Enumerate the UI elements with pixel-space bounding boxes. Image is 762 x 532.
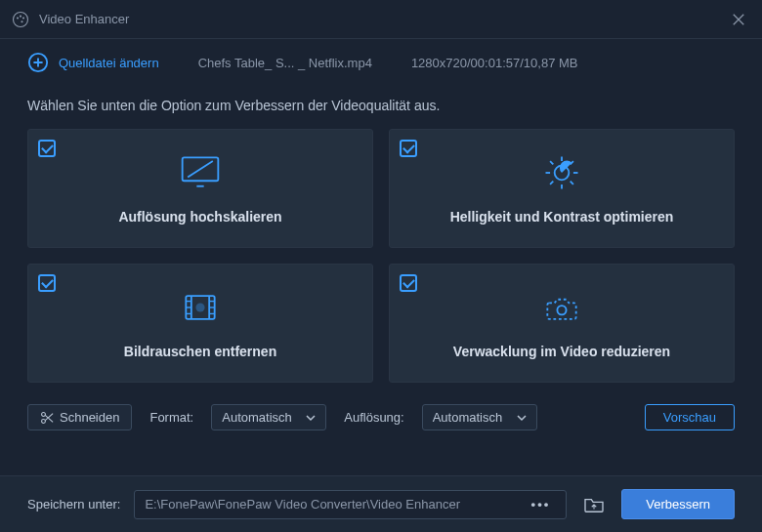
svg-point-1 — [17, 17, 19, 19]
resolution-dropdown[interactable]: Automatisch — [422, 404, 537, 430]
options-grid: Auflösung hochskalieren Helligkeit und K… — [0, 129, 762, 383]
option-label: Verwacklung im Video reduzieren — [453, 344, 670, 359]
svg-point-25 — [195, 303, 204, 311]
camera-icon — [540, 287, 583, 328]
preview-button[interactable]: Vorschau — [645, 404, 735, 430]
option-denoise[interactable]: Bildrauschen entfernen — [27, 264, 373, 383]
svg-point-4 — [21, 20, 22, 22]
svg-line-13 — [571, 182, 573, 184]
save-path-text: E:\FonePaw\FonePaw Video Converter\Video… — [145, 497, 525, 512]
sun-icon — [540, 152, 583, 193]
checkbox-icon[interactable] — [38, 140, 56, 157]
resolution-value: Automatisch — [433, 410, 503, 425]
svg-point-27 — [42, 412, 46, 416]
option-label: Auflösung hochskalieren — [118, 209, 281, 225]
svg-point-26 — [557, 306, 566, 314]
more-button[interactable]: ••• — [526, 497, 557, 512]
film-icon — [179, 287, 222, 328]
chevron-down-icon — [306, 413, 316, 423]
change-source-label: Quelldatei ändern — [59, 56, 159, 70]
checkbox-icon[interactable] — [38, 274, 56, 292]
controls-row: Schneiden Format: Automatisch Auflösung:… — [0, 383, 762, 430]
scissors-icon — [40, 411, 54, 425]
save-path-field[interactable]: E:\FonePaw\FonePaw Video Converter\Video… — [134, 490, 567, 519]
svg-point-28 — [42, 419, 46, 423]
option-stabilize[interactable]: Verwacklung im Video reduzieren — [389, 264, 735, 383]
instruction-text: Wählen Sie unten die Option zum Verbesse… — [0, 86, 762, 129]
file-info: 1280x720/00:01:57/10,87 MB — [411, 56, 578, 70]
svg-line-12 — [550, 161, 553, 164]
format-dropdown[interactable]: Automatisch — [211, 404, 326, 430]
option-label: Helligkeit und Kontrast optimieren — [450, 209, 674, 225]
close-button[interactable] — [727, 8, 750, 31]
change-source-button[interactable]: Quelldatei ändern — [27, 52, 159, 73]
checkbox-icon[interactable] — [400, 140, 417, 157]
svg-point-2 — [20, 15, 21, 17]
svg-line-14 — [571, 161, 573, 164]
enhance-button[interactable]: Verbessern — [621, 489, 735, 519]
format-label: Format: — [149, 410, 193, 425]
cut-button[interactable]: Schneiden — [27, 404, 132, 430]
option-brightness[interactable]: Helligkeit und Kontrast optimieren — [389, 129, 735, 248]
svg-point-0 — [14, 12, 28, 26]
format-value: Automatisch — [222, 410, 292, 425]
folder-icon — [583, 496, 605, 513]
palette-icon — [12, 11, 29, 28]
resolution-label: Auflösung: — [344, 410, 403, 425]
open-folder-button[interactable] — [580, 491, 608, 518]
svg-point-3 — [22, 17, 24, 19]
toolbar: Quelldatei ändern Chefs Table_ S... _ Ne… — [0, 39, 762, 86]
window-title: Video Enhancer — [39, 12, 727, 26]
cut-label: Schneiden — [60, 410, 119, 425]
titlebar: Video Enhancer — [0, 0, 762, 39]
checkbox-icon[interactable] — [400, 274, 417, 292]
enhance-label: Verbessern — [646, 497, 710, 512]
preview-label: Vorschau — [663, 410, 716, 425]
option-upscale[interactable]: Auflösung hochskalieren — [27, 129, 373, 248]
svg-line-15 — [550, 182, 553, 184]
chevron-down-icon — [517, 413, 527, 423]
file-name: Chefs Table_ S... _ Netflix.mp4 — [198, 56, 372, 70]
option-label: Bildrauschen entfernen — [124, 344, 276, 359]
monitor-icon — [179, 152, 222, 193]
bottom-bar: Speichern unter: E:\FonePaw\FonePaw Vide… — [0, 475, 762, 532]
save-label: Speichern unter: — [27, 497, 120, 512]
